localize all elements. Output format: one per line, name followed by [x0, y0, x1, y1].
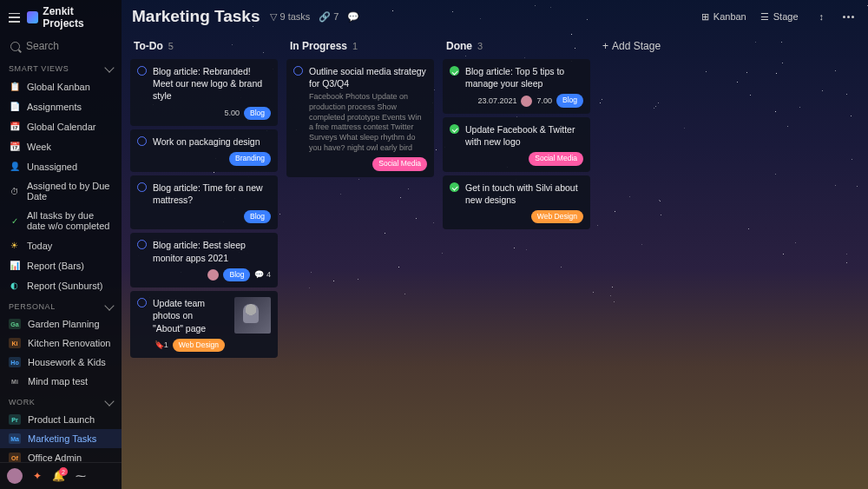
tag: Blog: [556, 94, 583, 107]
nav-item[interactable]: ⏱Assigned to by Due Date: [0, 176, 122, 206]
task-count[interactable]: ▽9 tasks: [270, 11, 310, 23]
nav-label: Report (Sunburst): [27, 281, 102, 291]
notification-badge: 2: [59, 467, 68, 476]
notifications-icon[interactable]: 🔔 2: [52, 470, 65, 482]
todo-icon[interactable]: [137, 240, 147, 249]
search-icon: [10, 42, 20, 51]
sidebar: Zenkit Projects Search SMART VIEWS📋Globa…: [0, 0, 122, 489]
menu-toggle[interactable]: [9, 13, 20, 23]
nav-label: Global Kanban: [27, 82, 90, 92]
card-title: Work on packaging design: [153, 135, 271, 148]
app-name: Zenkit Projects: [43, 5, 113, 30]
task-card[interactable]: Work on packaging designBranding: [130, 129, 278, 172]
tag: Social Media: [372, 157, 427, 170]
task-card[interactable]: Blog article: Rebranded! Meet our new lo…: [130, 59, 278, 126]
nav-item[interactable]: 📄Assignments: [0, 96, 122, 116]
todo-icon[interactable]: [137, 298, 147, 307]
card-meta: 💬 4: [254, 269, 271, 280]
tag: Branding: [229, 152, 271, 165]
user-avatar[interactable]: [7, 468, 23, 484]
nav-item[interactable]: 📋Global Kanban: [0, 76, 122, 96]
card-meta: 23.07.2021: [477, 96, 516, 106]
nav-item[interactable]: ☀Today: [0, 235, 122, 255]
column-header[interactable]: Done3: [443, 35, 590, 59]
column-header[interactable]: In Progress1: [286, 35, 434, 59]
task-card[interactable]: Blog article: Best sleep monitor apps 20…: [130, 233, 278, 287]
nav-label: Today: [27, 241, 52, 251]
section-header-work[interactable]: WORK: [0, 391, 122, 410]
nav-item[interactable]: MaMarketing Tasks: [0, 429, 122, 448]
comments-icon[interactable]: 💬: [347, 11, 359, 23]
section-header-smart[interactable]: SMART VIEWS: [0, 57, 122, 76]
sort-button[interactable]: ↕: [814, 9, 830, 24]
nav-label: Unassigned: [27, 162, 77, 172]
todo-icon[interactable]: [137, 136, 147, 146]
nav-label: Mind map test: [28, 376, 88, 387]
search-placeholder: Search: [26, 40, 59, 52]
more-menu[interactable]: [839, 12, 858, 22]
nav-item[interactable]: MiMind map test: [0, 372, 122, 391]
nav-item[interactable]: KiKitchen Renovation: [0, 334, 122, 353]
kanban-column: In Progress1Outline social media strateg…: [286, 35, 434, 177]
apps-icon[interactable]: ✦: [33, 470, 42, 482]
nav-item[interactable]: ✓All tasks by due date w/o completed: [0, 206, 122, 235]
tag: Web Design: [531, 210, 583, 223]
task-card[interactable]: Update Facebook & Twitter with new logoS…: [443, 117, 590, 172]
card-meta: 🔖1: [155, 340, 168, 350]
kanban-board: To-Do5Blog article: Rebranded! Meet our …: [122, 35, 868, 489]
card-title: Blog article: Best sleep monitor apps 20…: [153, 239, 271, 263]
kanban-column: To-Do5Blog article: Rebranded! Meet our …: [130, 35, 278, 358]
nav-label: Week: [27, 142, 51, 152]
task-card[interactable]: Blog article: Time for a new mattress?Bl…: [130, 175, 278, 230]
done-icon[interactable]: [450, 182, 459, 192]
task-card[interactable]: Update team photos on "About" page🔖1Web …: [130, 291, 278, 358]
kanban-column: Done3Blog article: Top 5 tips to manage …: [443, 35, 590, 229]
card-meta: 5.00: [224, 108, 240, 118]
view-button[interactable]: ⊞Kanban: [696, 9, 752, 25]
done-icon[interactable]: [450, 124, 459, 134]
nav-label: All tasks by due date w/o completed: [27, 210, 113, 231]
nav-label: Global Calendar: [27, 122, 96, 132]
tag: Blog: [223, 268, 250, 281]
tag: Web Design: [173, 339, 225, 352]
section-header-personal[interactable]: PERSONAL: [0, 295, 122, 314]
nav-item[interactable]: GaGarden Planning: [0, 314, 122, 334]
todo-icon[interactable]: [293, 66, 303, 76]
assignee-avatar: [521, 96, 532, 107]
nav-label: Kitchen Renovation: [28, 338, 110, 348]
bottom-bar: ✦ 🔔 2 ⁓: [0, 462, 122, 489]
nav-item[interactable]: HoHousework & Kids: [0, 353, 122, 372]
task-card[interactable]: Outline social media strategy for Q3/Q4F…: [286, 59, 434, 177]
nav-item[interactable]: 📊Report (Bars): [0, 255, 122, 275]
task-card[interactable]: Blog article: Top 5 tips to manage your …: [443, 59, 590, 114]
card-thumbnail: [234, 297, 271, 334]
nav-label: Product Launch: [28, 414, 95, 425]
nav-item[interactable]: OfOffice Admin: [0, 448, 122, 462]
card-title: Blog article: Rebranded! Meet our new lo…: [153, 65, 271, 102]
app-logo[interactable]: Zenkit Projects: [27, 5, 113, 30]
tag: Blog: [244, 107, 271, 120]
nav-label: Garden Planning: [28, 319, 100, 329]
task-card[interactable]: Get in touch with Silvi about new design…: [443, 175, 590, 230]
attachment-count[interactable]: 🔗7: [319, 11, 339, 23]
card-description: Facebook Photos Update on production pro…: [309, 92, 427, 153]
column-header[interactable]: To-Do5: [130, 35, 278, 59]
activity-icon[interactable]: ⁓: [76, 470, 86, 482]
nav-item[interactable]: PrProduct Launch: [0, 410, 122, 429]
done-icon[interactable]: [450, 66, 459, 76]
card-title: Blog article: Top 5 tips to manage your …: [465, 65, 583, 89]
nav-item[interactable]: ◐Report (Sunburst): [0, 275, 122, 295]
nav-item[interactable]: 📆Week: [0, 136, 122, 156]
nav-label: Housework & Kids: [28, 357, 106, 367]
nav-label: Office Admin: [28, 453, 82, 462]
view-button[interactable]: ☰Stage: [755, 9, 804, 25]
add-stage-button[interactable]: +Add Stage: [599, 35, 746, 57]
nav-item[interactable]: 👤Unassigned: [0, 156, 122, 176]
todo-icon[interactable]: [137, 182, 147, 192]
nav-item[interactable]: 📅Global Calendar: [0, 116, 122, 136]
assignee-avatar: [207, 269, 219, 281]
todo-icon[interactable]: [137, 66, 147, 76]
card-title: Get in touch with Silvi about new design…: [465, 182, 583, 206]
nav-label: Marketing Tasks: [28, 433, 96, 444]
search-box[interactable]: Search: [0, 35, 122, 57]
